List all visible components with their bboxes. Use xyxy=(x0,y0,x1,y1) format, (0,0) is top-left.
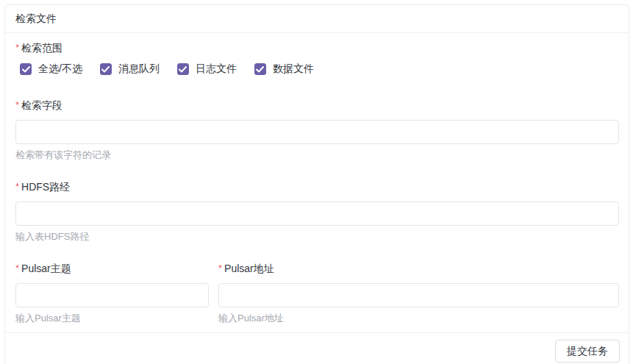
required-asterisk: * xyxy=(15,261,19,276)
hdfs-path-input[interactable] xyxy=(15,201,619,226)
required-asterisk: * xyxy=(15,179,19,194)
checkbox-box xyxy=(100,63,112,75)
pulsar-topic-label: *Pulsar主题 xyxy=(15,261,209,276)
required-asterisk: * xyxy=(15,98,19,113)
pulsar-address-label: *Pulsar地址 xyxy=(218,261,619,276)
checkbox-label: 数据文件 xyxy=(273,63,314,76)
submit-task-button[interactable]: 提交任务 xyxy=(555,340,620,363)
panel-body: *检索范围 全选/不选 消息队列 xyxy=(5,33,629,332)
form-item-hdfs-path: *HDFS路经 输入表HDFS路径 xyxy=(15,179,619,243)
checkbox-label: 日志文件 xyxy=(196,63,237,76)
pulsar-address-input[interactable] xyxy=(218,283,619,307)
pulsar-topic-input[interactable] xyxy=(15,283,209,307)
required-asterisk: * xyxy=(15,40,19,55)
panel-footer: 提交任务 xyxy=(5,332,629,364)
pulsar-address-hint: 输入Pulsar地址 xyxy=(218,312,619,325)
checkbox-data-files[interactable]: 数据文件 xyxy=(254,63,314,76)
check-icon xyxy=(22,66,30,73)
checkbox-box xyxy=(177,63,189,75)
checkbox-box xyxy=(20,63,32,75)
required-asterisk: * xyxy=(218,261,222,276)
checkbox-box xyxy=(254,63,266,75)
search-field-hint: 检索带有该字符的记录 xyxy=(15,149,619,162)
panel-header: 检索文件 xyxy=(5,5,629,33)
checkbox-log-files[interactable]: 日志文件 xyxy=(177,63,237,76)
search-files-panel: 检索文件 *检索范围 全选/不选 消息队列 xyxy=(4,4,629,364)
form-item-pulsar-address: *Pulsar地址 输入Pulsar地址 xyxy=(218,261,619,325)
hdfs-path-label: *HDFS路经 xyxy=(15,179,619,195)
checkbox-label: 全选/不选 xyxy=(38,63,82,76)
checkbox-select-all[interactable]: 全选/不选 xyxy=(20,63,82,76)
search-scope-checkbox-group: 全选/不选 消息队列 日志文件 xyxy=(15,63,619,76)
check-icon xyxy=(179,66,187,73)
form-item-pulsar-topic: *Pulsar主题 输入Pulsar主题 xyxy=(15,261,209,325)
check-icon xyxy=(101,66,110,73)
form-item-search-field: *检索字段 检索带有该字符的记录 xyxy=(15,98,619,162)
panel-title: 检索文件 xyxy=(15,13,57,24)
pulsar-topic-hint: 输入Pulsar主题 xyxy=(15,312,209,325)
pulsar-row: *Pulsar主题 输入Pulsar主题 *Pulsar地址 输入Pulsar地… xyxy=(15,261,619,325)
search-scope-label: *检索范围 xyxy=(15,40,619,56)
checkbox-label: 消息队列 xyxy=(118,63,160,76)
search-field-label: *检索字段 xyxy=(15,98,619,113)
check-icon xyxy=(256,66,264,73)
hdfs-path-hint: 输入表HDFS路径 xyxy=(15,230,619,243)
form-item-search-scope: *检索范围 全选/不选 消息队列 xyxy=(15,40,619,76)
search-field-input[interactable] xyxy=(15,120,619,144)
checkbox-message-queue[interactable]: 消息队列 xyxy=(100,63,160,76)
